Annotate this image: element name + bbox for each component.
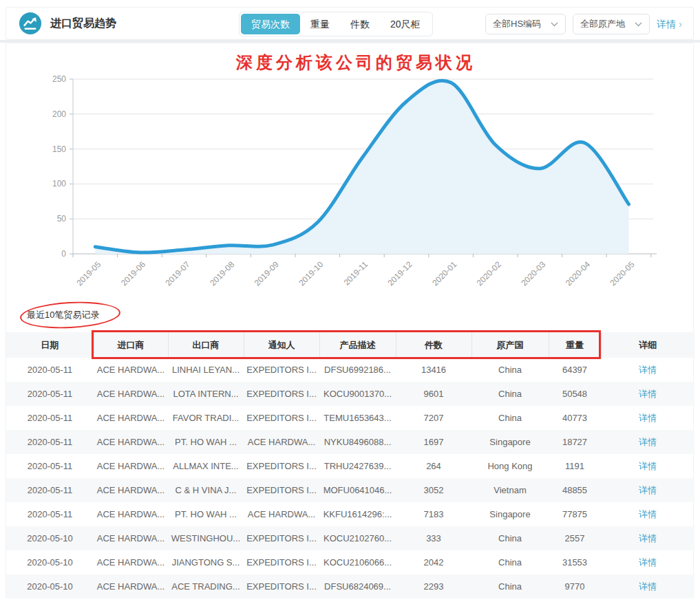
- cell-product-desc: DFSU6992186...: [319, 358, 396, 382]
- cell-date: 2020-05-10: [6, 550, 94, 574]
- chevron-down-icon: [551, 22, 558, 27]
- cell-notify-party: EXPEDITORS I...: [244, 382, 319, 406]
- cell-origin-country: China: [471, 382, 549, 406]
- cell-pieces: 2293: [396, 574, 471, 598]
- y-axis-tick-label: 50: [57, 214, 67, 224]
- row-detail-link[interactable]: 详情: [639, 413, 657, 423]
- cell-pieces: 13416: [396, 358, 471, 382]
- trade-records-table: 日期 进口商 出口商 通知人 产品描述 件数 原产国 重量 详细 2020-05…: [6, 332, 694, 598]
- col-header-importer: 进口商: [94, 332, 168, 358]
- cell-importer: ACE HARDWA...: [94, 550, 168, 574]
- row-detail-link[interactable]: 详情: [639, 389, 657, 399]
- red-annotation-title: 深度分析该公司的贸易状况: [236, 52, 476, 74]
- header-detail-link[interactable]: 详情 ›: [657, 18, 682, 31]
- table-header-row: 日期 进口商 出口商 通知人 产品描述 件数 原产国 重量 详细: [6, 332, 694, 358]
- cell-origin-country: Singapore: [471, 430, 549, 454]
- x-axis-tick-label: 2020-02: [475, 259, 503, 288]
- cell-date: 2020-05-11: [6, 454, 94, 478]
- hs-code-filter-label: 全部HS编码: [493, 18, 541, 30]
- page-title: 进口贸易趋势: [50, 17, 116, 31]
- area-fill: [95, 80, 628, 254]
- cell-notify-party: EXPEDITORS I...: [244, 526, 319, 550]
- table-row: 2020-05-11ACE HARDWA...LOTA INTERN...EXP…: [6, 382, 694, 406]
- cell-origin-country: China: [471, 406, 549, 430]
- import-trade-trend-page: 进口贸易趋势 贸易次数 重量 件数 20尺柜 全部HS编码 全部原产地 详情: [0, 0, 700, 604]
- tab-20ft-container[interactable]: 20尺柜: [380, 14, 431, 34]
- tab-weight[interactable]: 重量: [300, 14, 340, 34]
- cell-product-desc: MOFU0641046...: [319, 478, 396, 502]
- row-detail-link[interactable]: 详情: [639, 437, 657, 447]
- cell-date: 2020-05-10: [6, 574, 94, 598]
- cell-weight: 18727: [549, 430, 601, 454]
- cell-notify-party: EXPEDITORS I...: [244, 358, 319, 382]
- row-detail-link[interactable]: 详情: [639, 461, 657, 471]
- recent-records-title: 最近10笔贸易记录: [27, 306, 693, 324]
- col-header-pieces: 件数: [396, 332, 471, 358]
- cell-weight: 1191: [549, 454, 601, 478]
- cell-weight: 50548: [549, 382, 601, 406]
- cell-origin-country: Singapore: [471, 502, 549, 526]
- cell-origin-country: China: [471, 526, 549, 550]
- x-axis-tick-label: 2019-05: [74, 259, 103, 288]
- cell-notify-party: EXPEDITORS I...: [244, 574, 319, 598]
- cell-notify-party: EXPEDITORS I...: [244, 550, 319, 574]
- cell-detail: 详情: [601, 502, 694, 526]
- row-detail-link[interactable]: 详情: [639, 485, 657, 495]
- x-axis-tick-label: 2019-11: [342, 259, 370, 288]
- cell-origin-country: China: [471, 550, 549, 574]
- cell-exporter: LINHAI LEYAN...: [168, 358, 244, 382]
- row-detail-link[interactable]: 详情: [639, 509, 657, 519]
- cell-weight: 77875: [549, 502, 601, 526]
- cell-date: 2020-05-10: [6, 526, 94, 550]
- row-detail-link[interactable]: 详情: [639, 533, 657, 543]
- cell-importer: ACE HARDWA...: [94, 574, 168, 598]
- col-header-detail: 详细: [601, 332, 694, 358]
- x-axis-tick-label: 2019-07: [164, 259, 192, 288]
- table-row: 2020-05-10ACE HARDWA...WESTINGHOU...EXPE…: [6, 526, 694, 550]
- col-header-product-desc: 产品描述: [319, 332, 396, 358]
- x-axis-tick-label: 2019-10: [297, 259, 325, 288]
- cell-exporter: PT. HO WAH ...: [168, 502, 244, 526]
- cell-notify-party: ACE HARDWA...: [244, 502, 319, 526]
- table-row: 2020-05-11ACE HARDWA...PT. HO WAH ...ACE…: [6, 502, 694, 526]
- recent-records-section: 最近10笔贸易记录: [27, 306, 693, 324]
- cell-date: 2020-05-11: [6, 430, 94, 454]
- chevron-down-icon: [635, 22, 642, 27]
- row-detail-link[interactable]: 详情: [639, 581, 657, 592]
- cell-importer: ACE HARDWA...: [94, 430, 168, 454]
- x-axis-tick-label: 2019-08: [208, 259, 236, 288]
- cell-exporter: LOTA INTERN...: [168, 382, 244, 406]
- cell-detail: 详情: [601, 454, 694, 478]
- cell-date: 2020-05-11: [6, 382, 94, 406]
- cell-exporter: FAVOR TRADI...: [168, 406, 244, 430]
- cell-importer: ACE HARDWA...: [94, 478, 168, 502]
- x-axis-tick-label: 2020-01: [430, 259, 458, 288]
- cell-product-desc: DFSU6824069...: [319, 574, 396, 598]
- tab-trade-count[interactable]: 贸易次数: [241, 14, 300, 34]
- cell-product-desc: KOCU2102760...: [319, 526, 396, 550]
- cell-detail: 详情: [601, 478, 694, 502]
- cell-notify-party: EXPEDITORS I...: [244, 406, 319, 430]
- table-row: 2020-05-11ACE HARDWA...PT. HO WAH ...ACE…: [6, 430, 694, 454]
- row-detail-link[interactable]: 详情: [639, 365, 657, 375]
- trend-area-chart[interactable]: 0501001502002502019-052019-062019-072019…: [6, 43, 694, 296]
- cell-origin-country: Hong Kong: [471, 454, 549, 478]
- cell-exporter: ALLMAX INTE...: [168, 454, 244, 478]
- table-row: 2020-05-11ACE HARDWA...C & H VINA J...EX…: [6, 478, 694, 502]
- cell-weight: 64397: [549, 358, 601, 382]
- y-axis-tick-label: 100: [52, 179, 66, 188]
- row-detail-link[interactable]: 详情: [639, 557, 657, 568]
- cell-notify-party: ACE HARDWA...: [244, 430, 319, 454]
- cell-pieces: 1697: [396, 430, 471, 454]
- cell-pieces: 333: [396, 526, 471, 550]
- x-axis-tick-label: 2020-03: [519, 259, 547, 288]
- origin-filter-dropdown[interactable]: 全部原产地: [573, 14, 650, 34]
- table-row: 2020-05-10ACE HARDWA...ACE TRADING...EXP…: [6, 574, 694, 598]
- x-axis-tick-label: 2020-04: [564, 259, 592, 288]
- cell-product-desc: TRHU2427639...: [319, 454, 396, 478]
- tab-pieces[interactable]: 件数: [340, 14, 380, 34]
- cell-exporter: PT. HO WAH ...: [168, 430, 244, 454]
- cell-origin-country: China: [471, 358, 549, 382]
- cell-importer: ACE HARDWA...: [94, 526, 168, 550]
- hs-code-filter-dropdown[interactable]: 全部HS编码: [485, 14, 566, 34]
